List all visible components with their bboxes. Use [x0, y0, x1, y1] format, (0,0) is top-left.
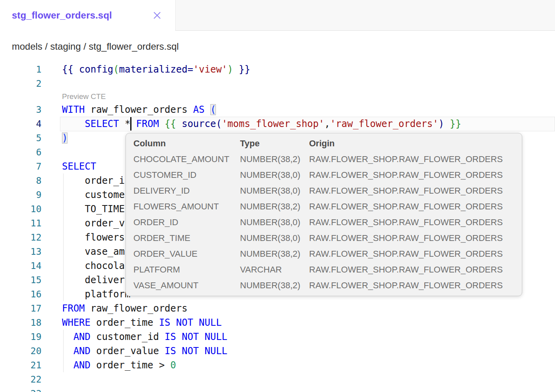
popup-cell: NUMBER(38,2) [240, 199, 309, 215]
popup-cell: RAW.FLOWER_SHOP.RAW_FLOWER_ORDERS [309, 167, 516, 183]
code-token [204, 104, 210, 115]
tab-stg-flower-orders[interactable]: stg_flower_orders.sql [0, 0, 175, 31]
code-token: source( [182, 118, 221, 129]
popup-cell: NUMBER(38,0) [240, 167, 309, 183]
code-line[interactable]: TO_TIME [62, 202, 125, 216]
code-token: raw_flower_orders [85, 104, 193, 115]
line-number[interactable]: 4 [0, 117, 41, 131]
code-line[interactable]: AND order_value IS NOT NULL [62, 344, 227, 358]
popup-column-header: Column [133, 136, 240, 151]
code-token: vase_am [62, 246, 125, 257]
code-token: , [324, 118, 330, 129]
code-line[interactable]: ) [62, 131, 68, 145]
line-number[interactable]: 18 [0, 315, 41, 330]
code-token [176, 118, 182, 129]
code-token: AS [193, 104, 204, 115]
line-number[interactable]: 10 [0, 202, 41, 216]
line-number[interactable]: 5 [0, 131, 41, 145]
code-token: ) [227, 64, 233, 75]
line-number[interactable]: 12 [0, 230, 41, 245]
text-cursor [130, 117, 131, 131]
code-line[interactable]: custome [62, 188, 125, 202]
code-token [159, 118, 165, 129]
popup-cell: VASE_AMOUNT [133, 278, 240, 293]
code-token: order_time > [90, 360, 170, 371]
popup-cell: NUMBER(38,2) [240, 246, 309, 262]
line-number[interactable]: 23 [0, 386, 41, 392]
line-number[interactable]: 2 [0, 77, 41, 91]
code-line[interactable]: order_i [62, 174, 125, 188]
code-token [62, 331, 73, 342]
preview-cte-codelens[interactable]: Preview CTE [62, 91, 106, 103]
code-token: }} [233, 64, 250, 75]
line-number[interactable]: 7 [0, 159, 41, 174]
line-number[interactable]: 11 [0, 216, 41, 230]
code-line[interactable]: {{ config(materialized='view') }} [62, 62, 250, 77]
line-number[interactable]: 21 [0, 358, 41, 372]
column-info-popup: ColumnTypeOriginCHOCOLATE_AMOUNTNUMBER(3… [126, 133, 522, 296]
code-token: WHERE [62, 317, 90, 328]
line-number[interactable]: 19 [0, 330, 41, 344]
code-token: order_time [90, 317, 159, 328]
popup-cell: FLOWERS_AMOUNT [133, 199, 240, 215]
line-number[interactable]: 20 [0, 344, 41, 358]
popup-cell: NUMBER(38,2) [240, 151, 309, 167]
code-token: WITH [62, 104, 85, 115]
line-number[interactable]: 1 [0, 62, 41, 77]
line-number[interactable]: 17 [0, 301, 41, 315]
code-token: TO_TIME [62, 203, 125, 215]
code-token: order_i [62, 175, 125, 186]
code-line[interactable]: chocola [62, 259, 125, 273]
code-line[interactable]: SELECT * FROM {{ source('moms_flower_sho… [62, 117, 461, 131]
code-line[interactable]: FROM raw_flower_orders [62, 301, 188, 315]
code-line[interactable]: vase_am [62, 245, 125, 259]
popup-cell: ORDER_TIME [133, 230, 240, 246]
code-line[interactable]: flowers [62, 230, 125, 245]
popup-cell: RAW.FLOWER_SHOP.RAW_FLOWER_ORDERS [309, 262, 516, 278]
code-line[interactable]: order_v [62, 216, 125, 230]
line-number[interactable]: 8 [0, 174, 41, 188]
code-token: FROM [136, 118, 159, 129]
code-token [62, 118, 85, 129]
code-token: platform [62, 289, 130, 300]
popup-cell: VARCHAR [240, 262, 309, 278]
code-token: deliver [62, 274, 125, 286]
popup-cell: RAW.FLOWER_SHOP.RAW_FLOWER_ORDERS [309, 246, 516, 262]
tab-bar-empty-area [175, 0, 555, 31]
code-token: 'view' [193, 64, 227, 75]
code-line[interactable]: AND order_time > 0 [62, 358, 176, 372]
code-line[interactable]: SELECT [62, 159, 96, 174]
code-token [62, 345, 73, 357]
line-number[interactable]: 16 [0, 287, 41, 301]
code-line[interactable]: WHERE order_time IS NOT NULL [62, 315, 222, 330]
tab-title: stg_flower_orders.sql [12, 10, 112, 21]
popup-cell: NUMBER(38,0) [240, 230, 309, 246]
breadcrumb[interactable]: models / staging / stg_flower_orders.sql [12, 31, 179, 62]
tab-bar: stg_flower_orders.sql [0, 0, 555, 31]
code-line[interactable]: platform [62, 287, 130, 301]
popup-cell: NUMBER(38,0) [240, 215, 309, 230]
line-number[interactable]: 13 [0, 245, 41, 259]
tab-close-button[interactable] [151, 9, 163, 21]
code-line[interactable]: deliver [62, 273, 125, 287]
code-line[interactable]: WITH raw_flower_orders AS ( [62, 103, 216, 117]
code-token: order_value [90, 345, 165, 357]
popup-cell: NUMBER(38,2) [240, 278, 309, 293]
code-line[interactable]: AND customer_id IS NOT NULL [62, 330, 227, 344]
code-token: ) [62, 133, 68, 144]
line-number[interactable]: 14 [0, 259, 41, 273]
popup-cell: ORDER_ID [133, 215, 240, 230]
line-number[interactable]: 15 [0, 273, 41, 287]
line-number[interactable]: 22 [0, 372, 41, 386]
code-token: materialized= [119, 64, 193, 75]
code-token: IS NOT NULL [165, 345, 227, 357]
code-token: 0 [171, 360, 176, 371]
popup-cell: CHOCOLATE_AMOUNT [133, 151, 240, 167]
line-number[interactable]: 3 [0, 103, 41, 117]
column-info-table: ColumnTypeOriginCHOCOLATE_AMOUNTNUMBER(3… [133, 136, 516, 293]
line-number[interactable]: 6 [0, 145, 41, 159]
line-number[interactable]: 9 [0, 188, 41, 202]
popup-cell: ORDER_VALUE [133, 246, 240, 262]
code-token [62, 360, 73, 371]
popup-cell: NUMBER(38,0) [240, 183, 309, 199]
